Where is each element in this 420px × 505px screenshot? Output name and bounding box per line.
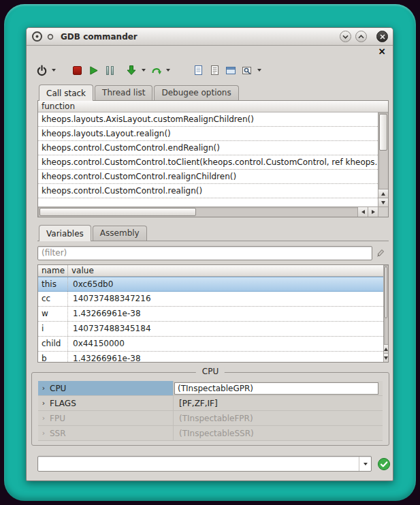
search-menu-arrow[interactable] bbox=[255, 61, 263, 79]
filter-input[interactable] bbox=[37, 246, 372, 260]
triangle-up-icon bbox=[381, 192, 385, 196]
screen-background: { "window": { "title": "GDB commander" }… bbox=[0, 0, 420, 505]
scroll-up-button[interactable] bbox=[384, 344, 388, 353]
callstack-column-header[interactable]: function bbox=[38, 101, 388, 112]
callstack-row[interactable]: kheops.control.CustomControl.endRealign(… bbox=[38, 141, 378, 155]
stop-button[interactable] bbox=[69, 61, 85, 79]
variable-row[interactable]: b 1.43266961e-38 bbox=[38, 352, 383, 362]
window-button[interactable] bbox=[223, 61, 239, 79]
callstack-row[interactable]: kheops.control.CustomControl.realign() bbox=[38, 184, 378, 198]
chevron-up-icon bbox=[358, 35, 364, 39]
cpu-row[interactable]: › FLAGS [PF,ZF,IF] bbox=[38, 396, 383, 411]
expand-icon[interactable]: › bbox=[38, 396, 49, 411]
command-input[interactable] bbox=[38, 457, 359, 471]
expand-icon[interactable]: › bbox=[38, 411, 49, 426]
register-value-editor[interactable]: (TInspectableGPR) bbox=[174, 382, 378, 395]
triangle-left-icon bbox=[361, 210, 365, 214]
app-icon[interactable] bbox=[31, 31, 43, 42]
tab-assembly[interactable]: Assembly bbox=[93, 226, 147, 241]
run-button[interactable] bbox=[85, 61, 101, 79]
tab-debugee-options[interactable]: Debugee options bbox=[154, 85, 238, 100]
arrow-down-icon bbox=[126, 65, 137, 76]
cpu-row[interactable]: › SSR (TInspectableSSR) bbox=[38, 426, 383, 441]
curved-arrow-icon bbox=[150, 65, 162, 76]
callstack-vertical-scrollbar[interactable] bbox=[378, 112, 388, 206]
name-column-header[interactable]: name bbox=[38, 265, 68, 276]
panel-close-button[interactable]: × bbox=[378, 47, 386, 55]
variable-value: 1.43266961e-38 bbox=[68, 352, 383, 362]
document-button[interactable] bbox=[190, 61, 206, 79]
list-button[interactable] bbox=[206, 61, 223, 79]
power-icon bbox=[36, 65, 48, 76]
tab-call-stack[interactable]: Call stack bbox=[39, 85, 93, 101]
scrollbar-corner bbox=[378, 206, 388, 217]
cpu-row-value-cell: (TInspectableGPR) bbox=[173, 381, 383, 395]
pause-icon bbox=[106, 66, 114, 75]
scroll-up-button[interactable] bbox=[378, 189, 388, 198]
step-into-button[interactable] bbox=[123, 61, 140, 79]
scrollbar-thumb[interactable] bbox=[39, 208, 196, 216]
register-group-name: FPU bbox=[49, 411, 173, 426]
triangle-down-icon bbox=[384, 356, 388, 360]
pause-button[interactable] bbox=[101, 61, 118, 79]
scrollbar-thumb[interactable] bbox=[385, 266, 387, 318]
power-button[interactable] bbox=[33, 61, 50, 79]
step-over-menu-arrow[interactable] bbox=[164, 61, 172, 79]
scrollbar-track[interactable] bbox=[38, 207, 357, 217]
minimize-button[interactable] bbox=[340, 31, 351, 42]
variable-row[interactable]: i 140737488345184 bbox=[38, 322, 383, 337]
tab-variables[interactable]: Variables bbox=[39, 225, 91, 241]
variable-row[interactable]: w 1.43266961e-38 bbox=[38, 307, 383, 322]
scrollbar-track[interactable] bbox=[378, 112, 388, 189]
check-circle-icon bbox=[377, 457, 391, 471]
register-group-name: SSR bbox=[49, 426, 173, 441]
close-icon bbox=[380, 34, 385, 40]
search-button[interactable] bbox=[239, 61, 255, 79]
callstack-horizontal-scrollbar[interactable] bbox=[38, 206, 378, 217]
scroll-down-button[interactable] bbox=[378, 198, 388, 206]
close-button[interactable] bbox=[376, 31, 388, 42]
expand-icon[interactable]: › bbox=[38, 381, 49, 396]
titlebar[interactable]: GDB commander bbox=[27, 28, 393, 46]
chevron-down-icon bbox=[342, 35, 349, 39]
variable-row[interactable]: cc 140737488347216 bbox=[38, 292, 383, 307]
window-menu-icon[interactable] bbox=[47, 33, 54, 40]
play-icon bbox=[88, 65, 99, 76]
callstack-row[interactable]: kheops.control.CustomControl.realignChil… bbox=[38, 170, 378, 184]
chevron-down-icon bbox=[166, 69, 170, 72]
scrollbar-track[interactable] bbox=[384, 265, 388, 344]
callstack-row[interactable]: kheops.control.CustomControl.toClient(kh… bbox=[38, 155, 378, 170]
cpu-row[interactable]: › CPU (TInspectableGPR) bbox=[38, 381, 383, 396]
scroll-down-button[interactable] bbox=[384, 353, 388, 362]
combo-dropdown-button[interactable] bbox=[359, 457, 371, 471]
stack-tabbar: Call stack Thread list Debugee options bbox=[37, 85, 389, 100]
tab-thread-list[interactable]: Thread list bbox=[95, 85, 152, 100]
callstack-area: Call stack Thread list Debugee options f… bbox=[37, 85, 389, 217]
scrollbar-thumb[interactable] bbox=[379, 114, 387, 151]
window-icon bbox=[225, 65, 236, 76]
filter-row bbox=[37, 245, 389, 261]
variable-row[interactable]: child 0x44150000 bbox=[38, 337, 383, 352]
variables-vertical-scrollbar[interactable] bbox=[383, 265, 388, 362]
variables-panel: name value this 0xc65db0 cc 140737488347… bbox=[37, 241, 389, 363]
power-menu-arrow[interactable] bbox=[50, 61, 58, 79]
callstack-row[interactable]: kheops.layouts.Layout.realign() bbox=[38, 127, 378, 141]
cpu-row-name-cell: › FPU bbox=[38, 411, 173, 425]
expand-icon[interactable]: › bbox=[38, 426, 49, 441]
cpu-row[interactable]: › FPU (TInspectableFPR) bbox=[38, 411, 383, 426]
gdb-commander-window: GDB commander × bbox=[26, 27, 393, 481]
value-column-header[interactable]: value bbox=[68, 265, 383, 276]
variable-row[interactable]: this 0xc65db0 bbox=[38, 277, 383, 292]
maximize-button[interactable] bbox=[355, 31, 367, 42]
clear-filter-button[interactable] bbox=[372, 245, 389, 260]
search-window-icon bbox=[242, 65, 253, 76]
scroll-right-button[interactable] bbox=[368, 207, 378, 217]
step-over-button[interactable] bbox=[148, 61, 164, 79]
accept-button[interactable] bbox=[377, 457, 391, 472]
callstack-row[interactable]: kheops.layouts.AxisLayout.customRealignC… bbox=[38, 112, 378, 127]
callstack-list: kheops.layouts.AxisLayout.customRealignC… bbox=[38, 112, 378, 206]
scroll-left-button[interactable] bbox=[357, 207, 368, 217]
step-into-menu-arrow[interactable] bbox=[140, 61, 148, 79]
variable-name: w bbox=[38, 307, 68, 321]
variables-table: name value this 0xc65db0 cc 140737488347… bbox=[37, 264, 389, 363]
